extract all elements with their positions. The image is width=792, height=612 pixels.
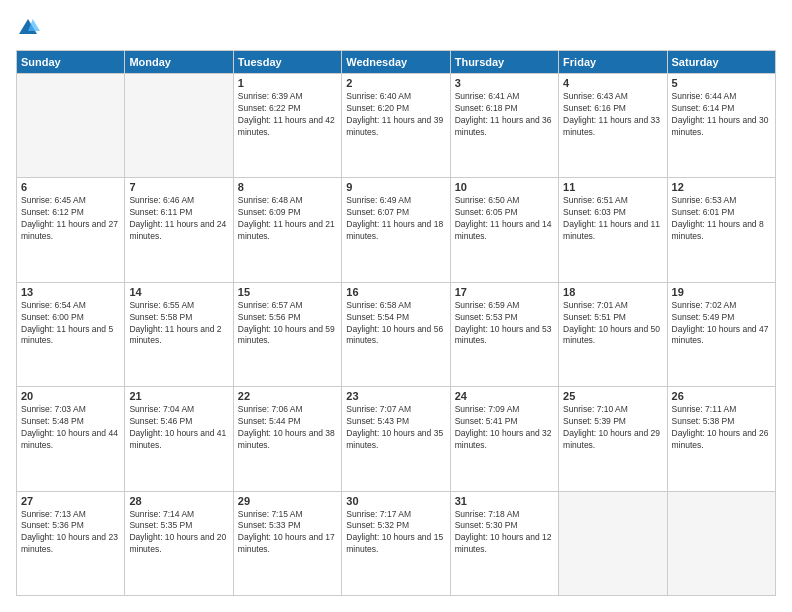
- header: [16, 16, 776, 40]
- calendar-cell: 17Sunrise: 6:59 AM Sunset: 5:53 PM Dayli…: [450, 282, 558, 386]
- calendar-cell: 30Sunrise: 7:17 AM Sunset: 5:32 PM Dayli…: [342, 491, 450, 595]
- logo: [16, 16, 44, 40]
- calendar-cell: 6Sunrise: 6:45 AM Sunset: 6:12 PM Daylig…: [17, 178, 125, 282]
- day-number: 25: [563, 390, 662, 402]
- day-number: 7: [129, 181, 228, 193]
- day-number: 24: [455, 390, 554, 402]
- day-number: 18: [563, 286, 662, 298]
- day-number: 30: [346, 495, 445, 507]
- day-number: 14: [129, 286, 228, 298]
- day-number: 20: [21, 390, 120, 402]
- day-number: 4: [563, 77, 662, 89]
- day-number: 27: [21, 495, 120, 507]
- calendar-cell: 12Sunrise: 6:53 AM Sunset: 6:01 PM Dayli…: [667, 178, 775, 282]
- calendar-cell: 18Sunrise: 7:01 AM Sunset: 5:51 PM Dayli…: [559, 282, 667, 386]
- calendar-cell: 2Sunrise: 6:40 AM Sunset: 6:20 PM Daylig…: [342, 74, 450, 178]
- day-detail: Sunrise: 7:15 AM Sunset: 5:33 PM Dayligh…: [238, 509, 337, 557]
- day-detail: Sunrise: 6:41 AM Sunset: 6:18 PM Dayligh…: [455, 91, 554, 139]
- weekday-header-sunday: Sunday: [17, 51, 125, 74]
- weekday-header-monday: Monday: [125, 51, 233, 74]
- calendar-cell: 26Sunrise: 7:11 AM Sunset: 5:38 PM Dayli…: [667, 387, 775, 491]
- day-number: 1: [238, 77, 337, 89]
- day-detail: Sunrise: 6:46 AM Sunset: 6:11 PM Dayligh…: [129, 195, 228, 243]
- calendar-cell: 28Sunrise: 7:14 AM Sunset: 5:35 PM Dayli…: [125, 491, 233, 595]
- calendar-cell: 31Sunrise: 7:18 AM Sunset: 5:30 PM Dayli…: [450, 491, 558, 595]
- weekday-header-tuesday: Tuesday: [233, 51, 341, 74]
- day-number: 9: [346, 181, 445, 193]
- day-detail: Sunrise: 7:17 AM Sunset: 5:32 PM Dayligh…: [346, 509, 445, 557]
- weekday-header-saturday: Saturday: [667, 51, 775, 74]
- day-number: 15: [238, 286, 337, 298]
- calendar-cell: 24Sunrise: 7:09 AM Sunset: 5:41 PM Dayli…: [450, 387, 558, 491]
- calendar-cell: 27Sunrise: 7:13 AM Sunset: 5:36 PM Dayli…: [17, 491, 125, 595]
- day-detail: Sunrise: 6:58 AM Sunset: 5:54 PM Dayligh…: [346, 300, 445, 348]
- week-row-2: 6Sunrise: 6:45 AM Sunset: 6:12 PM Daylig…: [17, 178, 776, 282]
- calendar-cell: 20Sunrise: 7:03 AM Sunset: 5:48 PM Dayli…: [17, 387, 125, 491]
- page: SundayMondayTuesdayWednesdayThursdayFrid…: [0, 0, 792, 612]
- day-detail: Sunrise: 7:11 AM Sunset: 5:38 PM Dayligh…: [672, 404, 771, 452]
- day-number: 6: [21, 181, 120, 193]
- week-row-1: 1Sunrise: 6:39 AM Sunset: 6:22 PM Daylig…: [17, 74, 776, 178]
- calendar-cell: 8Sunrise: 6:48 AM Sunset: 6:09 PM Daylig…: [233, 178, 341, 282]
- day-detail: Sunrise: 7:02 AM Sunset: 5:49 PM Dayligh…: [672, 300, 771, 348]
- day-detail: Sunrise: 6:57 AM Sunset: 5:56 PM Dayligh…: [238, 300, 337, 348]
- day-detail: Sunrise: 7:10 AM Sunset: 5:39 PM Dayligh…: [563, 404, 662, 452]
- calendar-cell: 22Sunrise: 7:06 AM Sunset: 5:44 PM Dayli…: [233, 387, 341, 491]
- week-row-4: 20Sunrise: 7:03 AM Sunset: 5:48 PM Dayli…: [17, 387, 776, 491]
- calendar-cell: 23Sunrise: 7:07 AM Sunset: 5:43 PM Dayli…: [342, 387, 450, 491]
- weekday-header-row: SundayMondayTuesdayWednesdayThursdayFrid…: [17, 51, 776, 74]
- calendar-cell: 13Sunrise: 6:54 AM Sunset: 6:00 PM Dayli…: [17, 282, 125, 386]
- day-number: 2: [346, 77, 445, 89]
- calendar-cell: 21Sunrise: 7:04 AM Sunset: 5:46 PM Dayli…: [125, 387, 233, 491]
- day-number: 13: [21, 286, 120, 298]
- day-number: 19: [672, 286, 771, 298]
- day-number: 10: [455, 181, 554, 193]
- calendar-cell: 29Sunrise: 7:15 AM Sunset: 5:33 PM Dayli…: [233, 491, 341, 595]
- day-detail: Sunrise: 6:44 AM Sunset: 6:14 PM Dayligh…: [672, 91, 771, 139]
- day-detail: Sunrise: 6:59 AM Sunset: 5:53 PM Dayligh…: [455, 300, 554, 348]
- calendar-cell: 4Sunrise: 6:43 AM Sunset: 6:16 PM Daylig…: [559, 74, 667, 178]
- day-number: 31: [455, 495, 554, 507]
- day-detail: Sunrise: 6:40 AM Sunset: 6:20 PM Dayligh…: [346, 91, 445, 139]
- week-row-3: 13Sunrise: 6:54 AM Sunset: 6:00 PM Dayli…: [17, 282, 776, 386]
- calendar-cell: 16Sunrise: 6:58 AM Sunset: 5:54 PM Dayli…: [342, 282, 450, 386]
- day-number: 11: [563, 181, 662, 193]
- calendar-cell: 11Sunrise: 6:51 AM Sunset: 6:03 PM Dayli…: [559, 178, 667, 282]
- calendar-cell: [17, 74, 125, 178]
- day-detail: Sunrise: 6:48 AM Sunset: 6:09 PM Dayligh…: [238, 195, 337, 243]
- calendar-cell: 7Sunrise: 6:46 AM Sunset: 6:11 PM Daylig…: [125, 178, 233, 282]
- calendar-cell: 1Sunrise: 6:39 AM Sunset: 6:22 PM Daylig…: [233, 74, 341, 178]
- calendar-cell: 25Sunrise: 7:10 AM Sunset: 5:39 PM Dayli…: [559, 387, 667, 491]
- day-detail: Sunrise: 6:43 AM Sunset: 6:16 PM Dayligh…: [563, 91, 662, 139]
- day-detail: Sunrise: 7:14 AM Sunset: 5:35 PM Dayligh…: [129, 509, 228, 557]
- day-number: 12: [672, 181, 771, 193]
- day-number: 28: [129, 495, 228, 507]
- calendar-cell: [125, 74, 233, 178]
- weekday-header-thursday: Thursday: [450, 51, 558, 74]
- day-number: 16: [346, 286, 445, 298]
- calendar-cell: [559, 491, 667, 595]
- day-detail: Sunrise: 7:03 AM Sunset: 5:48 PM Dayligh…: [21, 404, 120, 452]
- calendar-cell: [667, 491, 775, 595]
- calendar-cell: 19Sunrise: 7:02 AM Sunset: 5:49 PM Dayli…: [667, 282, 775, 386]
- day-number: 21: [129, 390, 228, 402]
- logo-icon: [16, 16, 40, 40]
- calendar-cell: 9Sunrise: 6:49 AM Sunset: 6:07 PM Daylig…: [342, 178, 450, 282]
- weekday-header-wednesday: Wednesday: [342, 51, 450, 74]
- day-number: 5: [672, 77, 771, 89]
- day-detail: Sunrise: 7:01 AM Sunset: 5:51 PM Dayligh…: [563, 300, 662, 348]
- calendar-cell: 5Sunrise: 6:44 AM Sunset: 6:14 PM Daylig…: [667, 74, 775, 178]
- day-detail: Sunrise: 7:06 AM Sunset: 5:44 PM Dayligh…: [238, 404, 337, 452]
- day-number: 8: [238, 181, 337, 193]
- day-detail: Sunrise: 6:45 AM Sunset: 6:12 PM Dayligh…: [21, 195, 120, 243]
- day-detail: Sunrise: 6:54 AM Sunset: 6:00 PM Dayligh…: [21, 300, 120, 348]
- day-number: 26: [672, 390, 771, 402]
- day-detail: Sunrise: 6:55 AM Sunset: 5:58 PM Dayligh…: [129, 300, 228, 348]
- day-number: 22: [238, 390, 337, 402]
- day-detail: Sunrise: 7:04 AM Sunset: 5:46 PM Dayligh…: [129, 404, 228, 452]
- day-detail: Sunrise: 6:53 AM Sunset: 6:01 PM Dayligh…: [672, 195, 771, 243]
- day-detail: Sunrise: 7:18 AM Sunset: 5:30 PM Dayligh…: [455, 509, 554, 557]
- calendar-table: SundayMondayTuesdayWednesdayThursdayFrid…: [16, 50, 776, 596]
- day-detail: Sunrise: 6:50 AM Sunset: 6:05 PM Dayligh…: [455, 195, 554, 243]
- calendar-cell: 3Sunrise: 6:41 AM Sunset: 6:18 PM Daylig…: [450, 74, 558, 178]
